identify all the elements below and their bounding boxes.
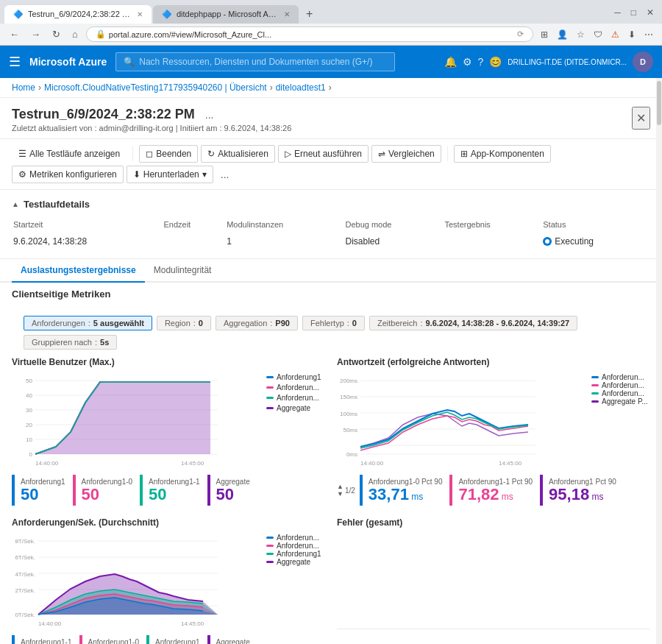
metric-card-content: Anforderung1 50 bbox=[21, 478, 65, 503]
rerun-button[interactable]: ▷ Erneut ausführen bbox=[278, 145, 369, 163]
chart4-area bbox=[337, 534, 650, 629]
col-startzeit: Startzeit bbox=[13, 219, 162, 233]
chart2-legend: Anforderun... Anforderun... Anforderun..… bbox=[591, 373, 650, 469]
download-icon-nav[interactable]: ⬇ bbox=[625, 28, 638, 41]
chart3-title: Anforderungen/Sek. (Durchschnitt) bbox=[12, 517, 325, 528]
tab-modulintegrity[interactable]: Modulintegrität bbox=[145, 259, 221, 283]
col-endzeit: Endzeit bbox=[163, 219, 225, 233]
metric-card-anforderung1: Anforderung1 50 bbox=[12, 475, 71, 506]
stop-button[interactable]: ◻ Beenden bbox=[139, 145, 198, 163]
tab-close-active[interactable]: ✕ bbox=[137, 10, 143, 18]
more-options-button[interactable]: ... bbox=[216, 167, 234, 182]
forward-button[interactable]: → bbox=[27, 26, 44, 42]
filter-anforderungen[interactable]: Anforderungen : 5 ausgewählt bbox=[24, 316, 152, 330]
back-button[interactable]: ← bbox=[6, 26, 23, 42]
section-header-details[interactable]: ▲ Testlaufdetails bbox=[12, 199, 650, 210]
filter-aggregation[interactable]: Aggregation : P90 bbox=[216, 316, 298, 330]
notifications-icon[interactable]: 🔔 bbox=[444, 56, 457, 68]
metric-resp-unit-2: ms bbox=[502, 492, 513, 502]
toolbar-sep-1 bbox=[132, 146, 133, 161]
browser-tab-inactive[interactable]: 🔷 ditdephpapp - Microsoft Azure ✕ bbox=[153, 5, 299, 24]
menu-icon[interactable]: ⋯ bbox=[641, 28, 656, 41]
cell-status: Executing bbox=[543, 235, 649, 248]
config-icon: ⚙ bbox=[18, 169, 26, 180]
svg-text:4T/Sek.: 4T/Sek. bbox=[15, 571, 35, 578]
filter-fehlertyp[interactable]: Fehlertyp : 0 bbox=[302, 316, 365, 330]
chart-errors: Fehler (gesamt) bbox=[337, 517, 650, 644]
scroll-thumb[interactable] bbox=[657, 81, 661, 125]
reload-button[interactable]: ↻ bbox=[49, 26, 64, 42]
chart1-svg: 0 10 20 30 40 50 bbox=[12, 373, 225, 469]
browser-maximize[interactable]: □ bbox=[627, 6, 640, 19]
tab-close-inactive[interactable]: ✕ bbox=[284, 10, 290, 18]
chart4-title: Fehler (gesamt) bbox=[337, 517, 650, 528]
settings-icon[interactable]: ⚙ bbox=[463, 56, 472, 68]
browser-tabs: 🔷 Testrun_6/9/2024,2:38:22 PM -... ✕ 🔷 d… bbox=[0, 0, 662, 24]
svg-text:6T/Sek.: 6T/Sek. bbox=[15, 554, 35, 561]
charts-section: Clientseitige Metriken Anforderungen : 5… bbox=[0, 283, 662, 644]
extensions-icon[interactable]: ⊞ bbox=[538, 28, 551, 41]
profile-icon[interactable]: 👤 bbox=[554, 28, 571, 41]
legend2-item-2: Anforderun... bbox=[591, 381, 650, 389]
close-panel-button[interactable]: ✕ bbox=[632, 107, 650, 130]
chart-response-time: Antwortzeit (erfolgreiche Antworten) bbox=[337, 357, 650, 506]
stop-label: Beenden bbox=[156, 149, 191, 159]
browser-tab-active[interactable]: 🔷 Testrun_6/9/2024,2:38:22 PM -... ✕ bbox=[4, 5, 152, 24]
breadcrumb-home[interactable]: Home bbox=[12, 82, 35, 93]
toolbar: ☰ Alle Testläufe anzeigen ◻ Beenden ↻ Ak… bbox=[0, 139, 662, 190]
browser-minimize[interactable]: ─ bbox=[611, 6, 624, 19]
filter-region[interactable]: Region : 0 bbox=[157, 316, 211, 330]
home-button[interactable]: ⌂ bbox=[68, 26, 82, 42]
metric-resp-unit-3: ms bbox=[591, 492, 603, 502]
breadcrumb-sep-2: › bbox=[270, 82, 273, 93]
chart3-svg: 0T/Sek. 2T/Sek. 4T/Sek. 6T/Sek. 8T/Sek. bbox=[12, 534, 225, 629]
browser-close[interactable]: ✕ bbox=[643, 6, 658, 19]
breadcrumb-loadtest[interactable]: diteloadtest1 bbox=[276, 82, 326, 93]
toggle-button-area[interactable]: ▲▼ 1/2 bbox=[337, 475, 355, 506]
filter-colon-1: : bbox=[193, 319, 196, 328]
metric-card-resp-1: Anforderung1-0 Pct 90 33,71 ms bbox=[360, 475, 449, 506]
legend-item-1: Anforderung1 bbox=[266, 373, 325, 381]
azure-search-input[interactable] bbox=[139, 57, 387, 67]
nav-icons: ⊞ 👤 ☆ 🛡 ⚠ ⬇ ⋯ bbox=[538, 28, 656, 41]
scrollbar[interactable] bbox=[656, 78, 662, 644]
download-button[interactable]: ⬇ Herunterladen ▾ bbox=[127, 166, 213, 183]
browser-window: 🔷 Testrun_6/9/2024,2:38:22 PM -... ✕ 🔷 d… bbox=[0, 0, 662, 644]
metric-rps-content-3: Anforderung1 1 T/Sek. bbox=[155, 638, 200, 644]
chart1-metric-cards: Anforderung1 50 Anforderung1-0 50 bbox=[12, 475, 325, 506]
breadcrumb-testing[interactable]: Microsoft.CloudNativeTesting171793594026… bbox=[44, 82, 267, 93]
configure-metrics-button[interactable]: ⚙ Metriken konfigurieren bbox=[12, 166, 124, 183]
bookmark-icon[interactable]: ☆ bbox=[574, 28, 588, 41]
address-bar[interactable]: 🔒 portal.azure.com/#view/Microsoft_Azure… bbox=[86, 26, 533, 42]
metric-card-resp-3: Anforderung1 Pct 90 95,18 ms bbox=[540, 475, 622, 506]
legend2-item-3: Anforderun... bbox=[591, 389, 650, 397]
legend3-item-3: Anforderung1 bbox=[266, 550, 325, 558]
help-icon[interactable]: ? bbox=[478, 56, 484, 68]
hamburger-menu[interactable]: ☰ bbox=[9, 54, 21, 70]
svg-text:14:40:00: 14:40:00 bbox=[360, 460, 384, 467]
refresh-button[interactable]: ↻ Aktualisieren bbox=[201, 145, 275, 163]
filter-gruppieren[interactable]: Gruppieren nach : 5s bbox=[24, 335, 117, 350]
compare-button[interactable]: ⇌ Vergleichen bbox=[371, 145, 441, 163]
status-executing-icon bbox=[543, 237, 552, 246]
compare-icon: ⇌ bbox=[378, 149, 385, 159]
tab-auslastung[interactable]: Auslastungstestergebnisse bbox=[12, 259, 145, 283]
tab-favicon: 🔷 bbox=[13, 10, 24, 19]
details-table: Startzeit Endzeit Modulinstanzen Debug m… bbox=[12, 217, 650, 250]
toggle-icon: ▲▼ bbox=[337, 483, 344, 498]
feedback-icon[interactable]: 😊 bbox=[489, 56, 502, 68]
shield-icon[interactable]: 🛡 bbox=[591, 28, 605, 41]
filter-colon-3: : bbox=[347, 319, 349, 328]
show-all-runs-button[interactable]: ☰ Alle Testläufe anzeigen bbox=[12, 145, 127, 163]
legend3-color-2 bbox=[266, 545, 274, 547]
new-tab-button[interactable]: + bbox=[300, 4, 318, 24]
legend-label-1: Anforderung1 bbox=[277, 373, 321, 381]
azure-search-box[interactable]: 🔍 bbox=[115, 52, 395, 71]
status-badge: Executing bbox=[543, 236, 643, 247]
title-ellipsis-button[interactable]: ... bbox=[201, 107, 218, 122]
metric-rps-label-3: Anforderung1 bbox=[155, 638, 200, 644]
chart-virtual-users: Virtuelle Benutzer (Max.) bbox=[12, 357, 325, 506]
app-components-button[interactable]: ⊞ App-Komponenten bbox=[454, 145, 551, 163]
filter-zeitbereich[interactable]: Zeitbereich : 9.6.2024, 14:38:28 - 9.6.2… bbox=[369, 316, 577, 330]
avatar[interactable]: D bbox=[633, 52, 653, 72]
